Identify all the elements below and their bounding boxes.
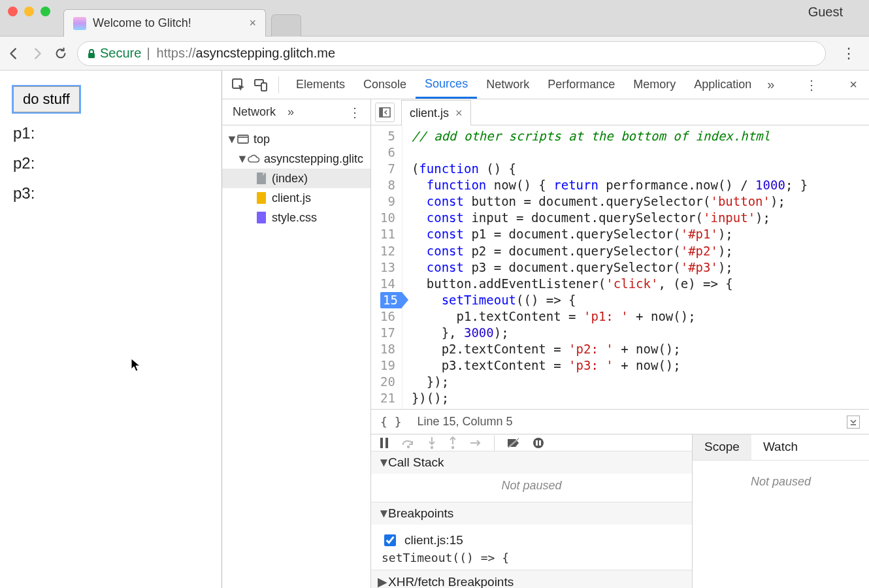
svg-rect-10 xyxy=(385,438,388,448)
back-button[interactable] xyxy=(7,46,21,61)
breakpoint-row[interactable]: client.js:15 xyxy=(378,530,685,551)
new-tab-button[interactable] xyxy=(271,14,301,37)
svg-point-12 xyxy=(431,446,433,449)
breakpoints-section: ▼Breakpoints client.js:15 setTimeout(() … xyxy=(371,502,692,570)
svg-rect-9 xyxy=(380,438,383,448)
devtools-tab-application[interactable]: Application xyxy=(685,71,761,99)
devtools-tab-elements[interactable]: Elements xyxy=(287,71,354,99)
close-tab-icon[interactable]: × xyxy=(244,16,256,30)
watch-tab[interactable]: Watch xyxy=(751,434,810,460)
step-out-icon[interactable] xyxy=(448,436,457,449)
caret-down-icon: ▼ xyxy=(378,506,388,521)
address-bar[interactable]: Secure | https://asyncstepping.glitch.me xyxy=(77,41,826,66)
tree-file-stylecss[interactable]: style.css xyxy=(222,208,370,227)
cursor-position: Line 15, Column 5 xyxy=(418,415,513,429)
p3-label: p3: xyxy=(13,184,208,203)
profile-label[interactable]: Guest xyxy=(808,5,859,31)
call-stack-state: Not paused xyxy=(371,474,692,502)
inspect-element-icon[interactable] xyxy=(229,75,248,95)
content: do stuff p1: p2: p3: ElementsConsoleSour… xyxy=(0,71,869,588)
toggle-navigator-icon[interactable] xyxy=(375,103,395,122)
devtools-tab-console[interactable]: Console xyxy=(354,71,416,99)
devtools-tabbar: ElementsConsoleSourcesNetworkPerformance… xyxy=(222,71,869,99)
tree-file-clientjs[interactable]: client.js xyxy=(222,188,370,208)
pretty-print-icon[interactable]: { } xyxy=(380,415,402,429)
browser-tabstrip: Welcome to Glitch! × Guest xyxy=(58,0,869,36)
devtools-overflow-button[interactable]: » xyxy=(763,77,778,92)
breakpoint-label: client.js:15 xyxy=(404,533,463,547)
breakpoint-checkbox[interactable] xyxy=(384,534,396,546)
devtools-tab-sources[interactable]: Sources xyxy=(416,71,477,99)
file-tree: ▼ top ▼ asyncstepping.glitc (index) xyxy=(222,125,370,588)
svg-point-11 xyxy=(407,446,410,448)
tree-file-index[interactable]: (index) xyxy=(222,169,370,188)
svg-rect-3 xyxy=(261,83,267,91)
browser-menu-button[interactable]: ⋮ xyxy=(835,45,862,62)
code-content[interactable]: // add other scripts at the bottom of in… xyxy=(402,125,814,409)
editor-pane: client.js × 5678910111213141516171819202… xyxy=(371,99,869,434)
devtools-tab-network[interactable]: Network xyxy=(477,71,538,99)
xhr-breakpoints-header[interactable]: ▶XHR/fetch Breakpoints xyxy=(371,570,692,588)
tree-label: client.js xyxy=(272,191,311,205)
cursor-icon xyxy=(131,358,141,372)
reload-button[interactable] xyxy=(54,46,68,61)
code-editor[interactable]: 56789101112131415161718192021 // add oth… xyxy=(371,125,869,409)
separator: | xyxy=(146,46,150,61)
lock-icon xyxy=(87,48,96,59)
step-icon[interactable] xyxy=(469,438,482,448)
section-label: Call Stack xyxy=(388,455,444,470)
debugger-toolbar xyxy=(371,434,692,451)
navigator-menu-icon[interactable]: ⋮ xyxy=(346,105,364,120)
p1-label: p1: xyxy=(13,124,208,142)
navigator-subtab-network[interactable]: Network xyxy=(229,105,280,119)
browser-tab[interactable]: Welcome to Glitch! × xyxy=(63,9,266,37)
forward-button[interactable] xyxy=(30,46,44,61)
close-window-icon[interactable] xyxy=(8,7,18,16)
window-icon xyxy=(237,133,250,146)
tree-origin[interactable]: ▼ asyncstepping.glitc xyxy=(222,149,370,169)
window-titlebar: Welcome to Glitch! × Guest xyxy=(0,0,869,37)
breakpoints-header[interactable]: ▼Breakpoints xyxy=(371,502,692,525)
url-protocol: https:// xyxy=(157,46,196,61)
tree-top[interactable]: ▼ top xyxy=(222,129,370,149)
devtools-menu-icon[interactable]: ⋮ xyxy=(800,77,823,93)
tree-label: top xyxy=(254,133,270,146)
close-editor-tab-icon[interactable]: × xyxy=(455,106,463,120)
editor-tab-clientjs[interactable]: client.js × xyxy=(401,100,471,125)
scope-tab[interactable]: Scope xyxy=(693,434,751,460)
step-over-icon[interactable] xyxy=(401,437,416,449)
editor-statusbar: { } Line 15, Column 5 xyxy=(371,409,869,434)
do-stuff-button[interactable]: do stuff xyxy=(13,86,80,112)
scope-state: Not paused xyxy=(751,470,811,498)
section-label: Breakpoints xyxy=(388,506,453,521)
devtools-close-icon[interactable]: × xyxy=(844,77,862,92)
separator xyxy=(494,435,495,451)
devtools-tab-memory[interactable]: Memory xyxy=(624,71,685,99)
caret-down-icon: ▼ xyxy=(226,133,237,146)
favicon-icon xyxy=(73,17,86,30)
svg-rect-17 xyxy=(536,440,538,446)
device-mode-icon[interactable] xyxy=(251,75,271,95)
navigator-overflow-icon[interactable]: » xyxy=(287,105,294,119)
debugger-right: Scope Watch Not paused xyxy=(693,434,869,588)
call-stack-header[interactable]: ▼Call Stack xyxy=(371,451,692,474)
line-gutter[interactable]: 56789101112131415161718192021 xyxy=(371,125,402,409)
coverage-icon[interactable] xyxy=(847,416,860,429)
p2-label: p2: xyxy=(13,154,208,172)
sources-navigator: Network » ⋮ ▼ top ▼ asyncstepping.glitc xyxy=(222,99,371,588)
step-into-icon[interactable] xyxy=(427,436,436,449)
url-host: asyncstepping.glitch.me xyxy=(196,46,335,61)
caret-right-icon: ▶ xyxy=(378,574,388,588)
deactivate-breakpoints-icon[interactable] xyxy=(506,437,521,449)
minimize-window-icon[interactable] xyxy=(24,7,34,16)
pause-on-exceptions-icon[interactable] xyxy=(533,437,544,449)
zoom-window-icon[interactable] xyxy=(41,7,50,16)
xhr-breakpoints-section: ▶XHR/fetch Breakpoints xyxy=(371,570,692,588)
secure-label: Secure xyxy=(100,46,141,61)
devtools-tab-performance[interactable]: Performance xyxy=(538,71,624,99)
debugger-left: ▼Call Stack Not paused ▼Breakpoints clie… xyxy=(371,434,693,588)
pause-icon[interactable] xyxy=(379,437,389,449)
svg-rect-7 xyxy=(380,108,383,117)
section-label: XHR/fetch Breakpoints xyxy=(388,575,514,588)
tree-label: (index) xyxy=(272,172,308,186)
